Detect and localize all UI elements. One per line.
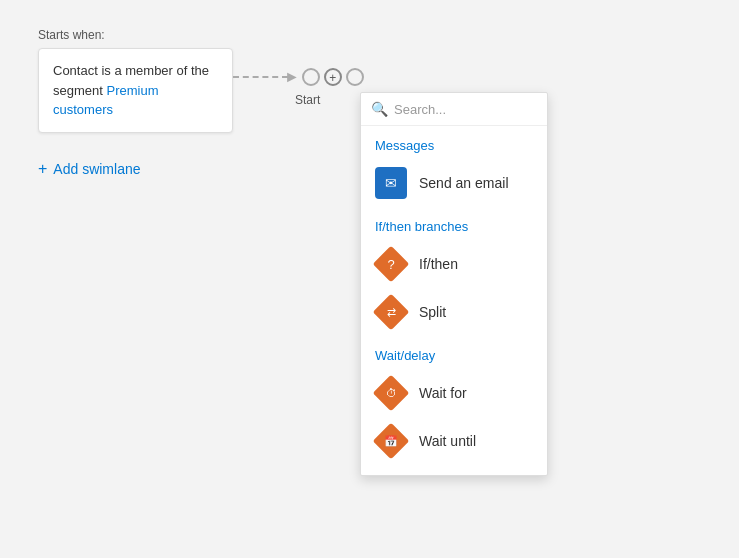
wait-until-icon-symbol: 📅 — [384, 435, 398, 448]
split-icon: ⇄ — [375, 296, 407, 328]
email-icon-symbol: ✉ — [385, 175, 397, 191]
flow-node-start[interactable] — [302, 68, 320, 86]
split-icon-symbol: ⇄ — [387, 306, 396, 319]
section-header-waitdelay: Wait/delay — [361, 336, 547, 369]
add-swimlane-label: Add swimlane — [53, 161, 140, 177]
ifthen-icon: ? — [375, 248, 407, 280]
menu-item-split[interactable]: ⇄ Split — [361, 288, 547, 336]
add-swimlane-button[interactable]: + Add swimlane — [38, 160, 141, 178]
action-dropdown-panel: 🔍 Messages ✉ Send an email If/then branc… — [360, 92, 548, 476]
panel-content: Messages ✉ Send an email If/then branche… — [361, 126, 547, 475]
wait-for-icon: ⏱ — [375, 377, 407, 409]
wait-until-label: Wait until — [419, 433, 476, 449]
menu-item-wait-for[interactable]: ⏱ Wait for — [361, 369, 547, 417]
wait-until-icon: 📅 — [375, 425, 407, 457]
starts-when-label: Starts when: — [38, 28, 105, 42]
search-icon: 🔍 — [371, 101, 388, 117]
dashed-line — [233, 76, 288, 78]
trigger-card: Contact is a member of the segment Premi… — [38, 48, 233, 133]
wait-for-icon-symbol: ⏱ — [386, 387, 397, 399]
menu-item-send-email[interactable]: ✉ Send an email — [361, 159, 547, 207]
menu-item-ifthen[interactable]: ? If/then — [361, 240, 547, 288]
canvas: Starts when: Contact is a member of the … — [0, 0, 739, 558]
flow-node-plus[interactable] — [324, 68, 342, 86]
split-label: Split — [419, 304, 446, 320]
section-header-messages: Messages — [361, 126, 547, 159]
ifthen-label: If/then — [419, 256, 458, 272]
ifthen-icon-symbol: ? — [387, 257, 394, 272]
menu-item-wait-until[interactable]: 📅 Wait until — [361, 417, 547, 465]
search-input[interactable] — [394, 102, 537, 117]
start-label: Start — [295, 93, 320, 107]
plus-icon — [329, 69, 336, 85]
send-email-label: Send an email — [419, 175, 509, 191]
send-email-icon: ✉ — [375, 167, 407, 199]
add-swimlane-icon: + — [38, 160, 47, 178]
arrow-icon: ► — [284, 68, 300, 86]
wait-for-label: Wait for — [419, 385, 467, 401]
flow-node-end[interactable] — [346, 68, 364, 86]
section-header-ifthen: If/then branches — [361, 207, 547, 240]
search-bar: 🔍 — [361, 93, 547, 126]
flow-connector: ► — [233, 68, 366, 86]
